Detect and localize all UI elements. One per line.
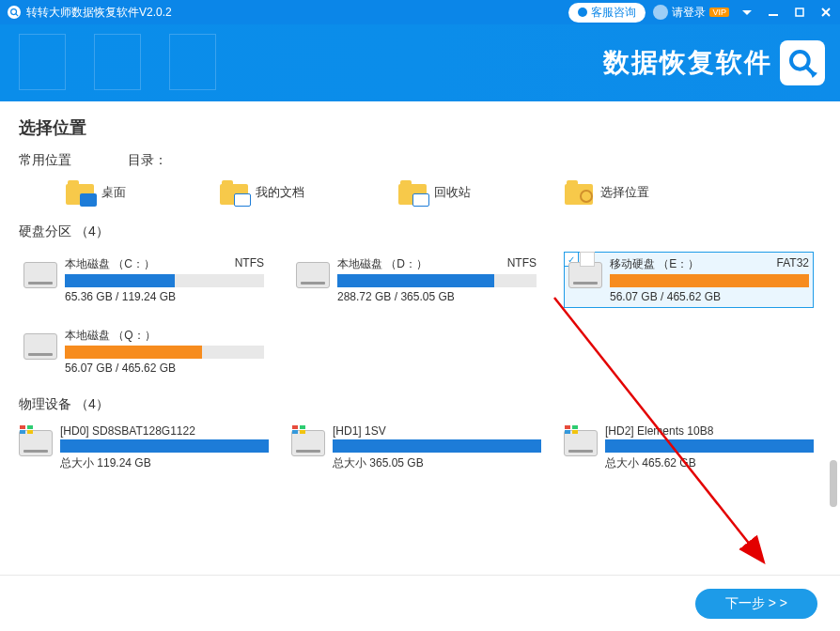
folder-search-icon (565, 180, 593, 205)
partition-c[interactable]: 本地磁盘 （C：）NTFS 65.36 GB / 119.24 GB (19, 252, 269, 308)
folder-recycle-icon (398, 180, 427, 205)
svg-rect-3 (796, 8, 803, 16)
titlebar: 转转大师数据恢复软件V2.0.2 客服咨询 请登录 VIP (0, 0, 840, 24)
physical-hd0[interactable]: [HD0] SD8SBAT128G1122 总大小 119.24 GB (19, 424, 269, 471)
close-button[interactable] (819, 6, 832, 19)
partitions-label: 硬盘分区 （4） (19, 223, 821, 240)
banner-title: 数据恢复软件 (603, 45, 772, 81)
partition-d[interactable]: 本地磁盘 （D：）NTFS 288.72 GB / 365.05 GB (291, 252, 541, 308)
customer-service-button[interactable]: 客服咨询 (568, 3, 646, 23)
next-button[interactable]: 下一步 > > (695, 589, 817, 619)
app-logo-icon (8, 6, 21, 19)
disk-icon (564, 430, 598, 456)
directory-label: 目录： (128, 152, 167, 169)
page-title: 选择位置 (19, 116, 821, 139)
login-button[interactable]: 请登录 VIP (653, 5, 729, 21)
location-browse[interactable]: 选择位置 (565, 180, 649, 205)
minimize-button[interactable] (767, 6, 780, 19)
scrollbar[interactable] (829, 460, 838, 545)
disk-icon (568, 262, 602, 288)
location-desktop[interactable]: 桌面 (66, 180, 126, 205)
chat-icon (578, 8, 587, 17)
physical-hd2[interactable]: [HD2] Elements 10B8 总大小 465.62 GB (564, 424, 814, 471)
partition-e[interactable]: 移动硬盘 （E：）FAT32 56.07 GB / 465.62 GB (564, 252, 814, 308)
disk-icon (19, 430, 53, 456)
svg-point-6 (791, 52, 809, 69)
folder-desktop-icon (66, 180, 94, 205)
location-recycle[interactable]: 回收站 (398, 180, 471, 205)
disk-icon (23, 333, 57, 360)
avatar-icon (653, 5, 668, 20)
banner-logo-icon (780, 40, 825, 85)
physical-hd1[interactable]: [HD1] 1SV 总大小 365.05 GB (291, 424, 541, 471)
partitions-list: 本地磁盘 （C：）NTFS 65.36 GB / 119.24 GB 本地磁盘 … (19, 252, 821, 379)
common-locations-label: 常用位置 (19, 152, 71, 169)
app-title: 转转大师数据恢复软件V2.0.2 (26, 5, 172, 21)
folder-documents-icon (220, 180, 248, 205)
disk-icon (23, 262, 57, 288)
banner: 数据恢复软件 (0, 24, 840, 101)
svg-point-0 (11, 9, 17, 15)
maximize-button[interactable] (793, 6, 806, 19)
disk-icon (291, 430, 325, 456)
disk-icon (296, 262, 330, 288)
vip-badge: VIP (709, 8, 729, 17)
physical-list: [HD0] SD8SBAT128G1122 总大小 119.24 GB [HD1… (19, 424, 821, 471)
footer: 下一步 > > (0, 575, 840, 631)
physical-label: 物理设备 （4） (19, 396, 821, 413)
location-documents[interactable]: 我的文档 (220, 180, 304, 205)
pin-button[interactable] (740, 6, 754, 19)
common-locations: 桌面 我的文档 回收站 选择位置 (19, 180, 821, 205)
svg-line-1 (16, 14, 19, 17)
partition-q[interactable]: 本地磁盘 （Q：） 56.07 GB / 465.62 GB (19, 323, 269, 379)
